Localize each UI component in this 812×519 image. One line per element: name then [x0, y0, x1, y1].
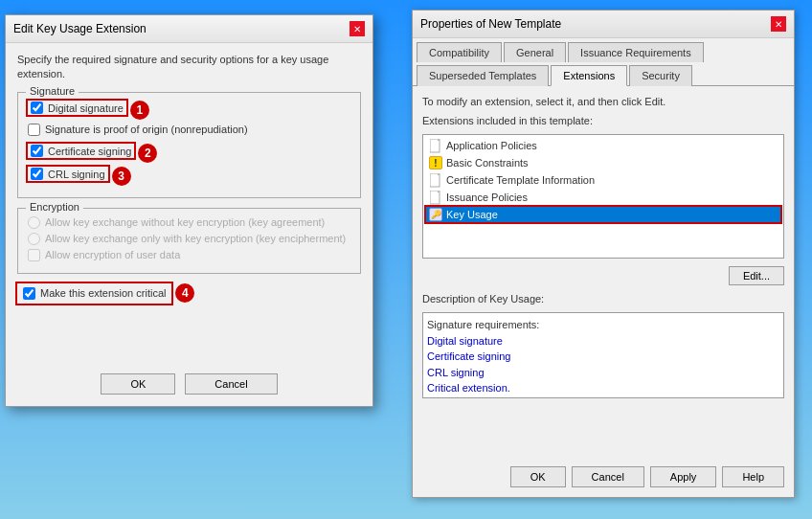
- properties-content: To modify an extension, select it, and t…: [413, 86, 794, 408]
- user-data-encryption-input: [28, 249, 40, 261]
- properties-window: Properties of New Template ✕ Compatibili…: [412, 10, 795, 498]
- description-box[interactable]: Signature requirements: Digital signatur…: [422, 312, 784, 398]
- description-label: Description of Key Usage:: [422, 293, 784, 305]
- tab-general[interactable]: General: [504, 42, 566, 62]
- properties-apply-button[interactable]: Apply: [650, 466, 717, 487]
- extensions-info-text: To modify an extension, select it, and t…: [422, 96, 784, 107]
- tabs-container: Compatibility General Issuance Requireme…: [413, 38, 794, 62]
- properties-title: Properties of New Template: [420, 17, 561, 31]
- extensions-listbox[interactable]: Application Policies ! Basic Constraints: [422, 134, 784, 259]
- basic-constraints-label: Basic Constraints: [446, 157, 529, 169]
- digital-signature-label: Digital signature: [48, 102, 124, 114]
- extensions-list-label: Extensions included in this template:: [422, 115, 784, 126]
- cert-template-info-label: Certificate Template Information: [446, 174, 595, 186]
- dialog-description: Specify the required signature and secur…: [17, 53, 361, 82]
- dialog-ok-button[interactable]: OK: [101, 373, 175, 395]
- digital-signature-checkbox[interactable]: Digital signature: [28, 101, 126, 115]
- cert-signing-label: Certificate signing: [48, 146, 131, 157]
- properties-titlebar: Properties of New Template ✕: [413, 11, 794, 38]
- properties-help-button[interactable]: Help: [722, 466, 784, 487]
- svg-rect-0: [430, 139, 440, 152]
- svg-rect-4: [430, 191, 440, 204]
- dialog-title: Edit Key Usage Extension: [13, 22, 147, 35]
- nonrepudiation-checkbox[interactable]: Signature is proof of origin (nonrepudia…: [28, 124, 248, 136]
- tab-extensions[interactable]: Extensions: [551, 65, 627, 86]
- badge-1: 1: [130, 101, 149, 120]
- desc-line-4: Critical extension.: [427, 382, 510, 394]
- badge-2: 2: [138, 144, 157, 163]
- key-usage-label: Key Usage: [446, 209, 498, 220]
- key-agreement-label: Allow key exchange without key encryptio…: [45, 216, 325, 228]
- list-item-application-policies[interactable]: Application Policies: [425, 137, 781, 154]
- nonrepudiation-input[interactable]: [28, 124, 40, 136]
- doc-icon-3: [429, 191, 442, 204]
- critical-extension-input[interactable]: [23, 287, 35, 300]
- signature-group-label: Signature: [26, 85, 79, 97]
- encryption-group: Encryption Allow key exchange without ke…: [17, 208, 361, 274]
- dialog-cancel-button[interactable]: Cancel: [185, 373, 277, 395]
- critical-extension-checkbox[interactable]: Make this extension critical: [23, 287, 166, 300]
- badge-4: 4: [175, 283, 194, 303]
- key-icon: 🔑: [429, 208, 442, 221]
- edit-button-container: Edit...: [422, 266, 784, 285]
- svg-rect-2: [430, 173, 440, 187]
- properties-close-button[interactable]: ✕: [771, 16, 786, 32]
- desc-line-0: Signature requirements:: [427, 319, 539, 330]
- list-item-basic-constraints[interactable]: ! Basic Constraints: [425, 154, 781, 171]
- dialog-titlebar: Edit Key Usage Extension ✕: [6, 15, 372, 43]
- doc-icon: [429, 139, 442, 152]
- desc-line-2: Certificate signing: [427, 350, 510, 362]
- properties-cancel-button[interactable]: Cancel: [572, 466, 644, 487]
- cert-signing-checkbox[interactable]: Certificate signing: [28, 144, 134, 158]
- key-encipherment-radio[interactable]: Allow key exchange only with key encrypt…: [28, 233, 350, 245]
- tab-compatibility[interactable]: Compatibility: [417, 42, 502, 62]
- crl-signing-input[interactable]: [31, 168, 43, 180]
- signature-group: Signature Digital signature 1 Signature …: [17, 92, 361, 198]
- crl-signing-checkbox[interactable]: CRL signing: [28, 167, 108, 181]
- critical-extension-label: Make this extension critical: [40, 287, 166, 299]
- desktop: Properties of New Template ✕ Compatibili…: [0, 0, 812, 519]
- dialog-buttons: OK Cancel: [6, 373, 372, 395]
- encryption-group-label: Encryption: [26, 201, 83, 213]
- key-encipherment-label: Allow key exchange only with key encrypt…: [45, 233, 346, 244]
- cert-signing-input[interactable]: [31, 145, 43, 157]
- doc-icon-2: [429, 173, 442, 187]
- dialog-content: Specify the required signature and secur…: [6, 43, 372, 313]
- issuance-policies-label: Issuance Policies: [446, 192, 528, 203]
- tabs-container-row2: Superseded Templates Extensions Security: [413, 61, 794, 86]
- user-data-encryption-label: Allow encryption of user data: [45, 249, 180, 260]
- list-item-key-usage[interactable]: 🔑 Key Usage: [425, 206, 781, 223]
- edit-key-usage-dialog: Edit Key Usage Extension ✕ Specify the r…: [5, 14, 373, 407]
- key-agreement-radio[interactable]: Allow key exchange without key encryptio…: [28, 216, 350, 229]
- list-item-issuance-policies[interactable]: Issuance Policies: [425, 189, 781, 206]
- edit-button[interactable]: Edit...: [729, 266, 784, 285]
- crl-signing-label: CRL signing: [48, 169, 105, 180]
- key-agreement-input: [28, 216, 40, 229]
- dialog-close-button[interactable]: ✕: [350, 21, 365, 36]
- properties-ok-button[interactable]: OK: [510, 466, 566, 487]
- properties-bottom-buttons: OK Cancel Apply Help: [510, 466, 784, 487]
- user-data-encryption-checkbox: Allow encryption of user data: [28, 249, 350, 261]
- desc-line-1: Digital signature: [427, 335, 503, 347]
- tab-superseded-templates[interactable]: Superseded Templates: [417, 65, 549, 86]
- tab-issuance-requirements[interactable]: Issuance Requirements: [568, 42, 704, 62]
- tab-security[interactable]: Security: [629, 65, 692, 86]
- critical-extension-section: Make this extension critical: [17, 283, 171, 304]
- digital-signature-input[interactable]: [31, 102, 43, 114]
- badge-3: 3: [112, 167, 131, 186]
- desc-line-3: CRL signing: [427, 367, 485, 378]
- nonrepudiation-label: Signature is proof of origin (nonrepudia…: [45, 124, 248, 135]
- app-policies-label: Application Policies: [446, 140, 537, 151]
- list-item-cert-template-info[interactable]: Certificate Template Information: [425, 171, 781, 189]
- warning-icon: !: [429, 156, 442, 169]
- key-encipherment-input: [28, 233, 40, 245]
